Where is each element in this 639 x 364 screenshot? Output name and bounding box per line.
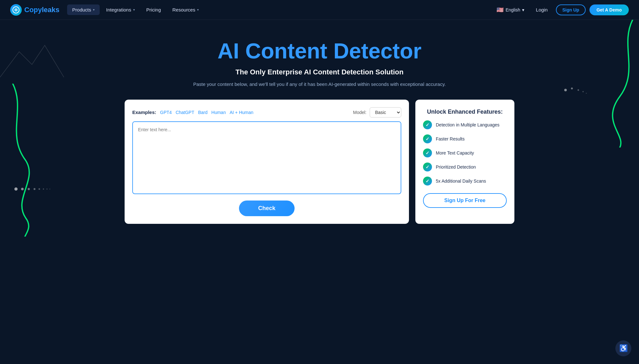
example-ai-human[interactable]: AI + Human (230, 110, 253, 115)
dots-left-decoration (13, 186, 51, 193)
textarea-wrapper (132, 121, 401, 194)
detector-card: Examples: GPT4 ChatGPT Bard Human AI + H… (125, 100, 409, 224)
feature-text-3: Prioritized Detection (436, 164, 476, 170)
svg-point-11 (39, 188, 40, 190)
checkmark-icon-4: ✓ (423, 177, 432, 186)
logo-text: Copyleaks (24, 6, 59, 14)
logo-icon (10, 4, 22, 16)
feature-item-1: ✓ Faster Results (423, 134, 507, 143)
check-button[interactable]: Check (239, 201, 295, 216)
example-chatgpt[interactable]: ChatGPT (176, 110, 194, 115)
feature-item-2: ✓ More Text Capacity (423, 148, 507, 157)
model-select[interactable]: Basic (370, 107, 401, 118)
feature-item-0: ✓ Detection in Multiple Languages (423, 120, 507, 129)
examples-section: Examples: GPT4 ChatGPT Bard Human AI + H… (132, 110, 253, 115)
example-gpt4[interactable]: GPT4 (160, 110, 172, 115)
nav-pricing[interactable]: Pricing (141, 4, 166, 15)
hero-title: AI Content Detector (13, 39, 626, 63)
features-card: Unlock Enhanced Features: ✓ Detection in… (415, 100, 514, 224)
checkmark-icon-2: ✓ (423, 148, 432, 157)
login-button[interactable]: Login (531, 4, 552, 15)
svg-point-2 (564, 89, 567, 91)
svg-point-3 (571, 87, 573, 89)
svg-point-6 (586, 93, 587, 94)
text-input[interactable] (133, 122, 401, 192)
svg-point-13 (46, 188, 48, 190)
examples-label: Examples: (132, 110, 156, 115)
feature-text-4: 5x Additional Daily Scans (436, 178, 486, 184)
example-human[interactable]: Human (212, 110, 226, 115)
signup-free-button[interactable]: Sign Up For Free (423, 193, 507, 208)
chevron-down-icon: ▾ (93, 8, 95, 11)
hero-section: AI Content Detector The Only Enterprise … (0, 20, 639, 237)
card-top: Examples: GPT4 ChatGPT Bard Human AI + H… (132, 107, 401, 118)
svg-point-12 (43, 188, 44, 190)
nav-integrations[interactable]: Integrations ▾ (101, 4, 140, 15)
navbar: Copyleaks Products ▾ Integrations ▾ Pric… (0, 0, 639, 20)
svg-point-7 (14, 187, 18, 191)
chevron-down-icon: ▾ (197, 8, 199, 11)
language-selector[interactable]: 🇺🇸 English ▾ (493, 4, 527, 15)
svg-point-1 (14, 8, 18, 11)
nav-resources[interactable]: Resources ▾ (167, 4, 204, 15)
svg-point-5 (582, 91, 584, 92)
checkmark-icon-3: ✓ (423, 163, 432, 171)
chevron-down-icon: ▾ (522, 7, 524, 12)
svg-point-9 (28, 188, 30, 190)
main-content: Examples: GPT4 ChatGPT Bard Human AI + H… (112, 100, 527, 224)
nav-products[interactable]: Products ▾ (67, 4, 100, 15)
squiggle-left-decoration (0, 84, 38, 237)
accessibility-button[interactable]: ♿ (615, 340, 631, 356)
model-selector: Model: Basic (353, 107, 401, 118)
feature-text-2: More Text Capacity (436, 150, 474, 155)
example-bard[interactable]: Bard (198, 110, 208, 115)
feature-text-0: Detection in Multiple Languages (436, 122, 499, 127)
feature-item-3: ✓ Prioritized Detection (423, 163, 507, 171)
nav-right: 🇺🇸 English ▾ Login Sign Up Get A Demo (493, 4, 629, 15)
signup-button[interactable]: Sign Up (556, 4, 586, 15)
demo-button[interactable]: Get A Demo (589, 4, 629, 15)
checkmark-icon-0: ✓ (423, 120, 432, 129)
feature-text-1: Faster Results (436, 136, 465, 141)
checkmark-icon-1: ✓ (423, 134, 432, 143)
hero-description: Paste your content below, and we'll tell… (13, 81, 626, 87)
svg-point-14 (50, 189, 50, 190)
features-title: Unlock Enhanced Features: (423, 109, 507, 115)
svg-point-10 (34, 188, 35, 190)
hero-subtitle: The Only Enterprise AI Content Detection… (13, 68, 626, 76)
svg-point-8 (21, 188, 24, 190)
model-label: Model: (353, 110, 366, 115)
flag-icon: 🇺🇸 (497, 6, 504, 13)
svg-point-4 (578, 89, 579, 91)
logo[interactable]: Copyleaks (10, 4, 59, 16)
feature-item-4: ✓ 5x Additional Daily Scans (423, 177, 507, 186)
chevron-down-icon: ▾ (133, 8, 135, 11)
nav-items: Products ▾ Integrations ▾ Pricing Resour… (67, 4, 493, 15)
